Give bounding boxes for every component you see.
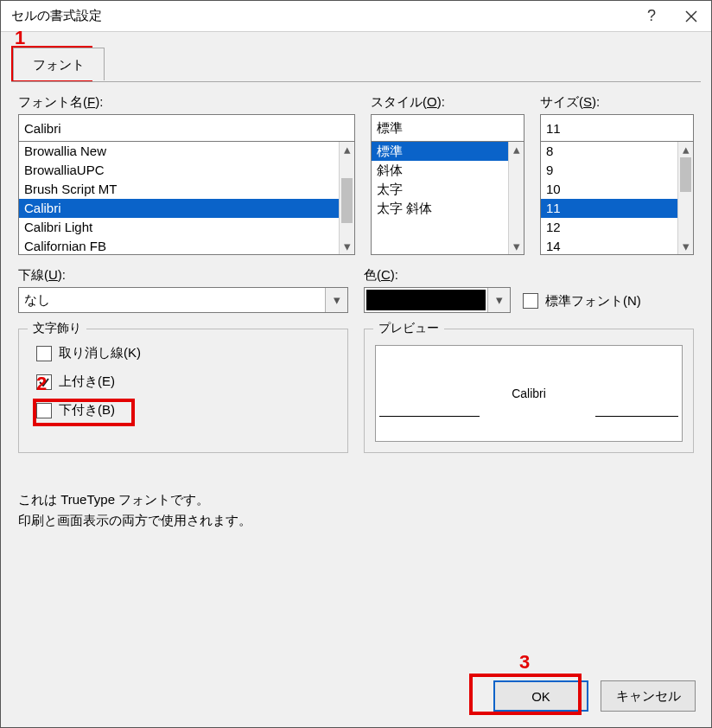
color-swatch bbox=[366, 290, 486, 310]
scroll-down-icon[interactable]: ▾ bbox=[340, 239, 354, 254]
close-icon[interactable] bbox=[671, 1, 711, 32]
font-name-input[interactable]: Calibri bbox=[18, 114, 355, 142]
scroll-down-icon[interactable]: ▾ bbox=[678, 239, 693, 254]
scroll-up-icon[interactable]: ▴ bbox=[509, 142, 524, 157]
normal-font-label: 標準フォント(N) bbox=[545, 293, 641, 310]
size-section: サイズ(S): 11 8910111214 ▴ ▾ bbox=[540, 94, 694, 255]
subscript-label: 下付き(B) bbox=[59, 402, 115, 418]
style-label: スタイル(O): bbox=[371, 94, 524, 111]
titlebar: セルの書式設定 ? bbox=[1, 1, 711, 32]
scroll-thumb[interactable] bbox=[341, 178, 353, 223]
list-item[interactable]: 8 bbox=[541, 142, 677, 161]
underline-dropdown[interactable]: なし ▾ bbox=[18, 287, 348, 313]
strikethrough-checkbox[interactable] bbox=[36, 346, 52, 361]
list-item[interactable]: 標準 bbox=[372, 142, 508, 161]
list-item[interactable]: 14 bbox=[541, 237, 677, 255]
scrollbar[interactable]: ▴ ▾ bbox=[508, 142, 524, 254]
effects-group: 文字飾り 取り消し線(K) 上付き(E) bbox=[18, 329, 348, 453]
color-dropdown[interactable]: ▾ bbox=[364, 287, 511, 313]
list-item[interactable]: Brush Script MT bbox=[19, 180, 339, 199]
list-item[interactable]: Calibri bbox=[19, 199, 339, 218]
subscript-checkbox[interactable] bbox=[36, 403, 52, 418]
font-name-list[interactable]: Browallia NewBrowalliaUPCBrush Script MT… bbox=[18, 141, 355, 255]
scroll-thumb[interactable] bbox=[680, 157, 691, 192]
color-label: 色(C): bbox=[364, 267, 694, 284]
list-item[interactable]: 11 bbox=[541, 199, 677, 218]
list-item[interactable]: BrowalliaUPC bbox=[19, 161, 339, 180]
preview-text: Calibri bbox=[512, 386, 546, 400]
preview-underline bbox=[379, 416, 480, 417]
list-item[interactable]: Californian FB bbox=[19, 237, 339, 255]
format-cells-dialog: セルの書式設定 ? フォント フォント名(F): Calibri Browall… bbox=[0, 0, 712, 728]
style-list[interactable]: 標準斜体太字太字 斜体 ▴ ▾ bbox=[371, 141, 524, 255]
underline-section: 下線(U): なし ▾ bbox=[18, 267, 348, 313]
cancel-button[interactable]: キャンセル bbox=[601, 680, 696, 712]
tab-font[interactable]: フォント bbox=[13, 48, 105, 80]
superscript-label: 上付き(E) bbox=[59, 374, 115, 390]
style-section: スタイル(O): 標準 標準斜体太字太字 斜体 ▴ ▾ bbox=[371, 94, 524, 255]
list-item[interactable]: 斜体 bbox=[372, 161, 508, 180]
list-item[interactable]: 太字 斜体 bbox=[372, 199, 508, 218]
chevron-down-icon[interactable]: ▾ bbox=[325, 288, 347, 312]
list-item[interactable]: Calibri Light bbox=[19, 218, 339, 237]
dialog-title: セルの書式設定 bbox=[1, 8, 632, 24]
truetype-note: これは TrueType フォントです。 印刷と画面表示の両方で使用されます。 bbox=[18, 489, 694, 531]
scrollbar[interactable]: ▴ ▾ bbox=[677, 142, 693, 254]
dialog-content: フォント名(F): Calibri Browallia NewBrowallia… bbox=[11, 82, 701, 665]
list-item[interactable]: Browallia New bbox=[19, 142, 339, 161]
size-label: サイズ(S): bbox=[540, 94, 694, 111]
effect-subscript-row: 下付き(B) bbox=[36, 402, 337, 418]
list-item[interactable]: 12 bbox=[541, 218, 677, 237]
size-input[interactable]: 11 bbox=[540, 114, 694, 142]
effects-legend: 文字飾り bbox=[28, 321, 86, 336]
underline-label: 下線(U): bbox=[18, 267, 348, 284]
normal-font-checkbox[interactable] bbox=[523, 293, 538, 309]
style-input[interactable]: 標準 bbox=[371, 114, 524, 142]
dialog-footer: OK キャンセル bbox=[493, 680, 696, 712]
effect-superscript-row: 上付き(E) bbox=[36, 374, 337, 390]
normal-font-row: 標準フォント(N) bbox=[523, 293, 641, 310]
scroll-down-icon[interactable]: ▾ bbox=[509, 239, 524, 254]
superscript-checkbox[interactable] bbox=[36, 374, 52, 390]
color-section: 色(C): ▾ 標準フォント(N) bbox=[364, 267, 694, 313]
list-item[interactable]: 10 bbox=[541, 180, 677, 199]
list-item[interactable]: 9 bbox=[541, 161, 677, 180]
preview-box: Calibri bbox=[375, 345, 683, 442]
strikethrough-label: 取り消し線(K) bbox=[59, 345, 141, 361]
list-item[interactable]: 太字 bbox=[372, 180, 508, 199]
preview-underline bbox=[595, 416, 678, 417]
scrollbar[interactable]: ▴ ▾ bbox=[339, 142, 354, 254]
help-icon[interactable]: ? bbox=[632, 1, 671, 32]
font-name-label: フォント名(F): bbox=[18, 94, 355, 111]
size-list[interactable]: 8910111214 ▴ ▾ bbox=[540, 141, 694, 255]
tab-underline bbox=[11, 81, 701, 82]
chevron-down-icon[interactable]: ▾ bbox=[487, 288, 510, 312]
font-name-section: フォント名(F): Calibri Browallia NewBrowallia… bbox=[18, 94, 355, 255]
effect-strikethrough-row: 取り消し線(K) bbox=[36, 345, 337, 361]
scroll-up-icon[interactable]: ▴ bbox=[678, 142, 693, 157]
tabs: フォント bbox=[1, 48, 711, 82]
ok-button[interactable]: OK bbox=[493, 680, 588, 712]
scroll-up-icon[interactable]: ▴ bbox=[340, 142, 354, 157]
preview-legend: プレビュー bbox=[373, 321, 444, 336]
preview-group: プレビュー Calibri bbox=[364, 329, 694, 453]
